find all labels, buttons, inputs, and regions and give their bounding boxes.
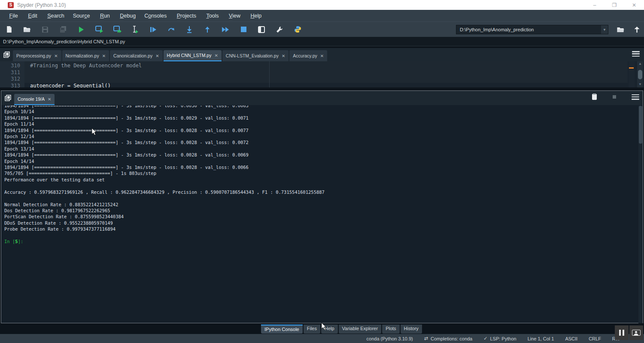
console-options-icon[interactable] bbox=[632, 94, 639, 100]
pane-tab[interactable]: History bbox=[401, 325, 422, 334]
maximize-pane-icon[interactable] bbox=[252, 23, 270, 36]
editor-line: 311 bbox=[0, 69, 644, 76]
pane-tab-bar: IPython Console Files Help Variable Expl… bbox=[261, 325, 422, 334]
pane-tab[interactable]: Variable Explorer bbox=[339, 325, 382, 334]
editor-tab-bar: Preprocessing.py✕ Normalization.py✕ Cano… bbox=[0, 48, 644, 61]
close-tab-icon[interactable]: ✕ bbox=[320, 54, 324, 58]
restore-button[interactable]: ❐ bbox=[605, 0, 624, 10]
pane-tab[interactable]: Files bbox=[304, 325, 320, 334]
python-path-icon[interactable] bbox=[289, 23, 307, 36]
eol-status: CRLF bbox=[589, 336, 601, 341]
cursor-position: Line 1, Col 1 bbox=[528, 336, 554, 341]
run-cell-icon[interactable] bbox=[90, 23, 108, 36]
step-return-icon[interactable] bbox=[198, 23, 216, 36]
console-lines: 1894/1894 [=============================… bbox=[1, 105, 640, 232]
interrupt-kernel-icon[interactable] bbox=[613, 95, 616, 99]
menu-item[interactable]: View bbox=[223, 11, 245, 21]
scroll-up-icon[interactable]: ▲ bbox=[637, 61, 643, 66]
console-line: 1894/1894 [=============================… bbox=[1, 152, 640, 158]
editor-tab[interactable]: Preprocessing.py✕ bbox=[13, 50, 61, 61]
browse-consoles-icon[interactable] bbox=[1, 92, 14, 104]
lsp-status[interactable]: ✓LSP: Python bbox=[483, 336, 516, 341]
editor-line: 313autoencoder = Sequential() bbox=[0, 83, 644, 87]
close-tab-icon[interactable]: ✕ bbox=[54, 54, 58, 58]
interpreter-status[interactable]: conda (Python 3.10.9) bbox=[367, 336, 413, 341]
close-tab-icon[interactable]: ✕ bbox=[155, 54, 159, 58]
console-scrollbar[interactable] bbox=[638, 105, 643, 323]
menu-item[interactable]: Run bbox=[94, 11, 114, 21]
console-line: PortScan Detection Rate : 0.875599852344… bbox=[1, 214, 640, 220]
editor-scrollbar-thumb[interactable] bbox=[638, 70, 642, 79]
editor-tab[interactable]: Hybrid CNN_LSTM.py✕ bbox=[164, 50, 222, 61]
editor-tab[interactable]: Canonicalization.py✕ bbox=[110, 50, 162, 61]
menu-item[interactable]: Source bbox=[69, 11, 94, 21]
menu-item[interactable]: File bbox=[3, 11, 22, 21]
webcam-overlay-button[interactable] bbox=[629, 325, 643, 340]
completions-icon: ⇄ bbox=[424, 336, 428, 341]
step-into-icon[interactable] bbox=[180, 23, 198, 36]
check-icon: ✓ bbox=[483, 336, 487, 341]
menu-item[interactable]: Projects bbox=[171, 11, 200, 21]
console-line: Dos Detection Rate : 0.9817967522262965 bbox=[1, 208, 640, 214]
console-tab[interactable]: Console 19/A ✕ bbox=[14, 94, 55, 105]
console-line: Epoch 10/14 bbox=[1, 108, 640, 114]
tools-wrench-icon[interactable] bbox=[270, 23, 289, 36]
editor-tab[interactable]: Normalization.py✕ bbox=[62, 50, 109, 61]
menu-item[interactable]: Consoles bbox=[140, 11, 171, 21]
chevron-down-icon[interactable]: ▼ bbox=[601, 25, 608, 34]
pause-recording-button[interactable] bbox=[615, 325, 629, 340]
run-cell-advance-icon[interactable] bbox=[108, 23, 126, 36]
save-icon[interactable] bbox=[36, 23, 54, 36]
menu-item[interactable]: Search bbox=[42, 11, 69, 21]
console-line: Epoch 11/14 bbox=[1, 121, 640, 127]
new-file-icon[interactable] bbox=[0, 23, 18, 36]
close-button[interactable]: ✕ bbox=[624, 0, 644, 10]
mouse-cursor bbox=[91, 128, 97, 136]
console-pane-icons bbox=[592, 93, 639, 100]
pause-icon bbox=[619, 330, 624, 336]
completions-status[interactable]: ⇄Completions: conda bbox=[424, 336, 472, 341]
run-selection-icon[interactable] bbox=[126, 23, 144, 36]
editor-line: 310#Training the Deep Autoencoder model bbox=[0, 63, 644, 69]
minimize-button[interactable]: – bbox=[585, 0, 605, 10]
parent-directory-icon[interactable] bbox=[628, 23, 644, 36]
debug-file-icon[interactable] bbox=[144, 23, 162, 36]
editor-options-icon[interactable] bbox=[632, 51, 640, 57]
open-file-icon[interactable] bbox=[18, 23, 36, 36]
working-directory-combo[interactable]: D:\Python_Imp\Anomaly_prediction ▼ bbox=[456, 25, 608, 34]
scroll-down-icon[interactable]: ▼ bbox=[637, 82, 643, 87]
menu-item[interactable]: Tools bbox=[200, 11, 223, 21]
editor-tab[interactable]: CNN-LSTM_Evaluation.py✕ bbox=[222, 50, 289, 61]
menu-item[interactable]: Edit bbox=[22, 11, 42, 21]
close-tab-icon[interactable]: ✕ bbox=[282, 54, 285, 58]
title-bar: S Spyder (Python 3.10) – ❐ ✕ bbox=[0, 0, 644, 10]
console-line: Normal Detection Rate : 0.88352214212152… bbox=[1, 202, 640, 208]
webcam-icon bbox=[632, 330, 641, 336]
continue-icon[interactable] bbox=[216, 23, 234, 36]
pane-tab[interactable]: Plots bbox=[382, 325, 399, 334]
pane-tab[interactable]: IPython Console bbox=[261, 325, 303, 334]
warning-marker bbox=[629, 67, 634, 69]
console-line: Accuracy : 0.5979683271969126 , Recall :… bbox=[1, 189, 640, 195]
stop-icon[interactable] bbox=[234, 23, 252, 36]
close-tab-icon[interactable]: ✕ bbox=[48, 97, 51, 102]
menu-item[interactable]: Debug bbox=[114, 11, 140, 21]
rerun-cell-icon[interactable] bbox=[162, 23, 180, 36]
run-file-icon[interactable] bbox=[72, 23, 90, 36]
editor-tab[interactable]: Accuracy.py✕ bbox=[289, 50, 327, 61]
console-line: 1894/1894 [=============================… bbox=[1, 127, 640, 133]
code-editor[interactable]: 310#Training the Deep Autoencoder model … bbox=[0, 61, 644, 87]
working-directory-value: D:\Python_Imp\Anomaly_prediction bbox=[456, 27, 601, 32]
browse-tabs-icon[interactable] bbox=[0, 49, 13, 61]
save-all-icon[interactable] bbox=[54, 23, 72, 36]
console-output[interactable]: 1894/1894 [=============================… bbox=[1, 105, 640, 323]
editor-scrollbar[interactable]: ▲ ▼ bbox=[637, 61, 643, 87]
inspect-console-icon[interactable] bbox=[592, 93, 597, 100]
close-tab-icon[interactable]: ✕ bbox=[102, 54, 106, 58]
editor-tabs: Preprocessing.py✕ Normalization.py✕ Cano… bbox=[13, 50, 328, 61]
close-tab-icon[interactable]: ✕ bbox=[214, 53, 218, 58]
window-title: Spyder (Python 3.10) bbox=[17, 2, 66, 8]
browse-directory-icon[interactable] bbox=[611, 23, 629, 36]
menu-item[interactable]: Help bbox=[245, 11, 266, 21]
console-scrollbar-thumb[interactable] bbox=[639, 106, 642, 144]
